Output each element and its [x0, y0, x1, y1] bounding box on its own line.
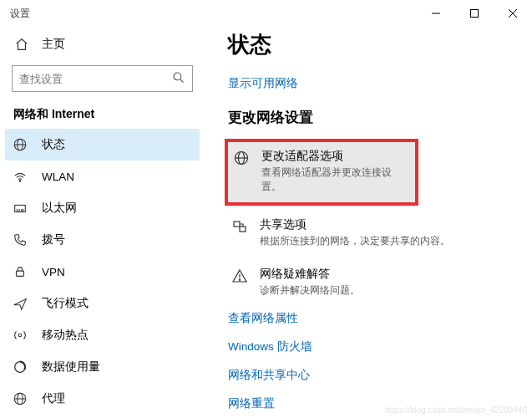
- svg-point-27: [239, 279, 240, 280]
- airplane-icon: [12, 296, 28, 311]
- option-troubleshoot[interactable]: 网络疑难解答 诊断并解决网络问题。: [228, 262, 515, 303]
- home-button[interactable]: 主页: [12, 32, 193, 60]
- sidebar-item-label: WLAN: [42, 171, 74, 183]
- sidebar-item-proxy[interactable]: 代理: [5, 383, 200, 415]
- svg-rect-1: [471, 10, 479, 18]
- option-sharing[interactable]: 共享选项 根据所连接到的网络，决定要共享的内容。: [228, 212, 515, 253]
- option-desc: 根据所连接到的网络，决定要共享的内容。: [260, 234, 450, 248]
- svg-rect-15: [17, 271, 24, 276]
- wifi-icon: [12, 169, 28, 184]
- option-title: 共享选项: [260, 217, 450, 232]
- home-label: 主页: [42, 37, 65, 52]
- sidebar-item-label: 飞行模式: [42, 296, 89, 311]
- maximize-button[interactable]: [455, 0, 494, 27]
- sidebar-item-vpn[interactable]: VPN: [5, 256, 200, 288]
- sidebar-item-dialup[interactable]: 拨号: [5, 224, 200, 256]
- sidebar-item-airplane[interactable]: 飞行模式: [5, 288, 200, 319]
- svg-rect-10: [15, 205, 26, 212]
- sharing-icon: [231, 217, 248, 236]
- link-firewall[interactable]: Windows 防火墙: [228, 339, 515, 354]
- svg-point-16: [18, 334, 22, 337]
- search-box[interactable]: [12, 65, 193, 92]
- vpn-icon: [12, 264, 28, 279]
- hotspot-icon: [12, 328, 28, 343]
- window-title: 设置: [10, 7, 30, 21]
- warning-icon: [231, 267, 248, 285]
- svg-rect-24: [234, 222, 240, 227]
- svg-point-9: [19, 181, 21, 182]
- sidebar-item-ethernet[interactable]: 以太网: [5, 192, 200, 224]
- sidebar-item-label: 拨号: [42, 232, 65, 247]
- data-usage-icon: [12, 359, 28, 375]
- sidebar-item-wlan[interactable]: WLAN: [5, 161, 200, 192]
- sidebar-item-label: 数据使用量: [42, 359, 100, 375]
- sidebar-item-hotspot[interactable]: 移动热点: [5, 319, 200, 351]
- sidebar-item-status[interactable]: 状态: [5, 129, 200, 161]
- sidebar-item-label: 移动热点: [42, 328, 89, 343]
- option-desc: 查看网络适配器并更改连接设置。: [261, 166, 410, 194]
- link-sharing-center[interactable]: 网络和共享中心: [228, 368, 515, 383]
- option-adapter[interactable]: 更改适配器选项 查看网络适配器并更改连接设置。: [230, 144, 413, 199]
- highlight-annotation: 更改适配器选项 查看网络适配器并更改连接设置。: [225, 139, 418, 206]
- change-settings-heading: 更改网络设置: [228, 108, 515, 127]
- sidebar-item-label: 状态: [42, 137, 65, 152]
- search-icon: [172, 71, 185, 87]
- main-panel: 状态 显示可用网络 更改网络设置 更改适配器选项 查看网络适配器并更改连接设置。…: [205, 27, 532, 418]
- phone-icon: [12, 232, 28, 247]
- ethernet-icon: [12, 201, 28, 216]
- sidebar: 主页 网络和 Internet 状态 WLAN 以太网: [0, 27, 205, 418]
- sidebar-item-label: 代理: [42, 391, 65, 406]
- svg-line-5: [180, 79, 184, 83]
- watermark: https://blog.csdn.net/weixin_42209440: [385, 405, 527, 415]
- svg-rect-25: [240, 227, 246, 232]
- titlebar: 设置: [0, 0, 532, 27]
- home-icon: [13, 37, 30, 52]
- option-title: 更改适配器选项: [261, 149, 410, 164]
- close-button[interactable]: [494, 0, 532, 27]
- show-networks-link[interactable]: 显示可用网络: [228, 76, 515, 91]
- globe-icon: [12, 391, 28, 406]
- page-title: 状态: [228, 30, 515, 59]
- sidebar-item-datausage[interactable]: 数据使用量: [5, 351, 200, 383]
- globe-icon: [233, 149, 250, 167]
- link-network-props[interactable]: 查看网络属性: [228, 311, 515, 326]
- sidebar-item-label: VPN: [42, 266, 65, 278]
- globe-icon: [12, 137, 28, 152]
- svg-point-4: [174, 73, 181, 80]
- option-title: 网络疑难解答: [260, 267, 360, 282]
- sidebar-item-label: 以太网: [42, 201, 77, 216]
- option-desc: 诊断并解决网络问题。: [260, 283, 360, 298]
- search-input[interactable]: [19, 73, 172, 85]
- sidebar-section-title: 网络和 Internet: [12, 104, 193, 129]
- minimize-button[interactable]: [417, 0, 455, 27]
